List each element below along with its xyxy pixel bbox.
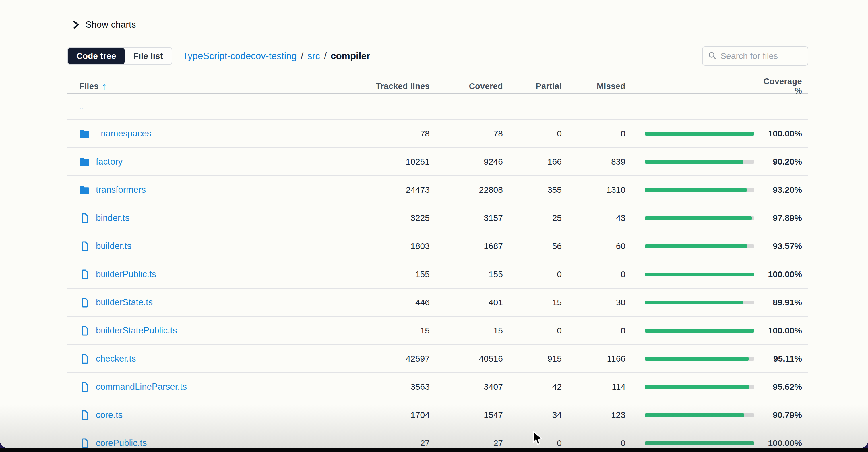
coverage-bar-fill [645,160,743,164]
file-list-button[interactable]: File list [125,48,172,64]
missed-value: 123 [562,410,625,420]
coverage-percent: 100.00% [754,326,802,335]
coverage-bar-fill [645,132,754,135]
tracked-lines-value: 15 [327,326,430,335]
coverage-bar-fill [645,301,743,304]
tracked-lines-value: 78 [327,129,430,139]
folder-icon [79,129,90,138]
partial-value: 42 [503,382,562,392]
file-link[interactable]: checker.ts [96,354,136,364]
coverage-bar-fill [645,413,744,417]
coverage-percent: 93.20% [754,185,802,195]
missed-value: 0 [562,438,625,448]
files-column-header[interactable]: Files ↑ [79,82,107,91]
coverage-bar [645,160,754,164]
file-link[interactable]: builderPublic.ts [96,269,156,279]
file-link[interactable]: corePublic.ts [96,438,147,448]
coverage-bar [645,329,754,333]
partial-value: 166 [503,157,562,167]
breadcrumb-separator: / [301,51,303,61]
page-content: Show charts Code tree File list TypeScri… [0,0,868,448]
table-header: Files ↑ Tracked lines Covered Partial Mi… [67,77,808,94]
bottom-black-bar [0,448,868,452]
table-row: corePublic.ts 27 27 0 0 100.00% [67,429,808,448]
coverage-bar-fill [645,385,749,389]
tracked-lines-column-header[interactable]: Tracked lines [327,82,430,91]
coverage-percent: 90.20% [754,157,802,167]
file-icon [79,241,90,251]
file-link[interactable]: builderState.ts [96,297,153,307]
tracked-lines-value: 27 [327,438,430,448]
coverage-bar [645,273,754,276]
coverage-percent: 90.79% [754,410,802,420]
parent-directory-link[interactable]: .. [79,102,84,112]
coverage-bar [645,244,754,248]
covered-value: 9246 [430,157,503,167]
file-link[interactable]: transformers [96,185,146,195]
coverage-percent: 100.00% [754,438,802,448]
table-row: core.ts 1704 1547 34 123 90.79% [67,400,808,429]
partial-column-header[interactable]: Partial [503,82,562,91]
covered-value: 78 [430,129,503,139]
file-link[interactable]: factory [96,156,123,167]
table-row: builderStatePublic.ts 15 15 0 0 100.00% [67,316,808,344]
partial-value: 15 [503,298,562,307]
covered-value: 155 [430,269,503,279]
table-row: _namespaces 78 78 0 0 100.00% [67,119,808,147]
table-row: factory 10251 9246 166 839 90.20% [67,147,808,176]
partial-value: 34 [503,410,562,420]
coverage-bar-fill [645,357,749,361]
breadcrumb-repo-link[interactable]: TypeScript-codecov-testing [183,51,297,61]
covered-column-header[interactable]: Covered [430,82,503,91]
missed-value: 60 [562,241,625,251]
table-row-up: .. [67,94,808,119]
table-row: builderState.ts 446 401 15 30 89.91% [67,288,808,316]
top-divider [67,8,808,8]
tracked-lines-value: 1803 [327,241,430,251]
file-link[interactable]: builderStatePublic.ts [96,325,177,336]
file-link[interactable]: core.ts [96,410,123,420]
table-row: builderPublic.ts 155 155 0 0 100.00% [67,260,808,288]
coverage-percent: 89.91% [754,298,802,307]
partial-value: 0 [503,269,562,279]
show-charts-toggle[interactable]: Show charts [72,18,136,31]
file-link[interactable]: binder.ts [96,213,129,223]
coverage-percent: 95.62% [754,382,802,392]
tracked-lines-value: 24473 [327,185,430,195]
file-icon [79,354,90,364]
coverage-bar-fill [645,188,747,192]
coverage-column-header[interactable]: Coverage % [754,77,802,96]
covered-value: 401 [430,298,503,307]
coverage-bar [645,301,754,304]
covered-value: 1547 [430,410,503,420]
file-icon [79,325,90,336]
partial-value: 25 [503,213,562,223]
file-link[interactable]: _namespaces [96,128,151,139]
coverage-bar [645,132,754,135]
file-link[interactable]: builder.ts [96,241,131,251]
missed-value: 1310 [562,185,625,195]
folder-icon [79,185,90,194]
missed-column-header[interactable]: Missed [562,82,625,91]
file-link[interactable]: commandLineParser.ts [96,382,187,392]
controls-row: Code tree File list TypeScript-codecov-t… [67,46,808,66]
file-icon [79,297,90,308]
breadcrumb-separator: / [324,51,327,61]
search-input[interactable] [720,51,803,61]
breadcrumb-src-link[interactable]: src [307,51,320,61]
file-icon [79,382,90,392]
table-row: checker.ts 42597 40516 915 1166 95.11% [67,344,808,372]
tracked-lines-value: 3225 [327,213,430,223]
search-box [702,46,808,66]
file-icon [79,438,90,448]
table-row: binder.ts 3225 3157 25 43 97.89% [67,204,808,232]
missed-value: 30 [562,298,625,307]
code-tree-button[interactable]: Code tree [68,48,125,64]
coverage-bar [645,188,754,192]
missed-value: 43 [562,213,625,223]
tracked-lines-value: 42597 [327,354,430,364]
covered-value: 1687 [430,241,503,251]
coverage-bar [645,357,754,361]
covered-value: 40516 [430,354,503,364]
tracked-lines-value: 446 [327,298,430,307]
